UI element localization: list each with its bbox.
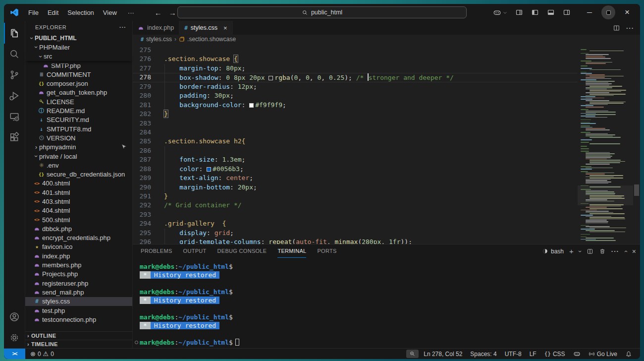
code-line-282[interactable]: 282} — [133, 110, 578, 119]
tree-file-registeruser-php[interactable]: registeruser.php — [25, 279, 132, 288]
tree-file-smtp-php[interactable]: SMTP.php — [25, 61, 132, 70]
code-line-287[interactable]: 287 font-size: 1.3em; — [133, 155, 578, 164]
section-outline[interactable]: ›OUTLINE — [25, 331, 132, 340]
zoom-out-button[interactable] — [406, 350, 419, 358]
code-line-290[interactable]: 290 margin-bottom: 20px; — [133, 183, 578, 192]
tree-file-composer-json[interactable]: {}composer.json — [25, 79, 132, 88]
tree-file-favicon-ico[interactable]: ★favicon.ico — [25, 242, 132, 251]
split-editor-icon[interactable] — [613, 24, 620, 32]
copilot-icon[interactable] — [493, 8, 507, 17]
code-line-289[interactable]: 289 text-align: center; — [133, 174, 578, 182]
tree-file-403-shtml[interactable]: <>403.shtml — [25, 197, 132, 206]
code-line-281[interactable]: 281 background-color: #f9f9f9; — [133, 101, 578, 110]
activity-accounts-icon[interactable] — [4, 306, 25, 327]
tree-file-styles-css[interactable]: #styles.css — [25, 297, 132, 306]
menu-overflow[interactable]: ··· — [123, 7, 139, 18]
tree-file-test-php[interactable]: test.php — [25, 306, 132, 315]
menu-file[interactable]: File — [24, 7, 43, 18]
history-back-icon[interactable]: ← — [155, 8, 162, 17]
command-center-search[interactable]: public_html — [177, 6, 467, 18]
tree-file-404-shtml[interactable]: <>404.shtml — [25, 206, 132, 215]
tree-folder-phpmailer[interactable]: ›PHPMailer — [25, 43, 132, 52]
activity-settings-gear-icon[interactable] — [4, 327, 25, 348]
tree-file-smtputf8-md[interactable]: ↓SMTPUTF8.md — [25, 124, 132, 133]
language-mode[interactable]: {} CSS — [541, 351, 568, 358]
code-line-280[interactable]: 280 padding: 30px; — [133, 91, 578, 100]
breadcrumb-symbol[interactable]: .section.showcase — [187, 36, 236, 43]
tree-folder-phpmyadmin[interactable]: ›phpmyadmin — [25, 143, 132, 152]
code-line-279[interactable]: 279 border-radius: 12px; — [133, 82, 578, 91]
code-line-294[interactable]: 294.grid-gallery { — [133, 219, 578, 228]
activity-remote-explorer-icon[interactable] — [4, 106, 25, 127]
panel-tab-ports[interactable]: PORTS — [317, 244, 336, 258]
panel-tab-problems[interactable]: PROBLEMS — [141, 244, 172, 258]
remote-indicator[interactable]: >< — [4, 349, 25, 359]
tree-folder-private-local[interactable]: ›private / local — [25, 152, 132, 161]
tree-file-500-shtml[interactable]: <>500.shtml — [25, 215, 132, 224]
activity-search-icon[interactable] — [4, 44, 25, 64]
terminal-instance[interactable]: bash — [542, 248, 564, 255]
code-line-278[interactable]: 278 box-shadow: 0 8px 20px rgba(0, 0, 0,… — [133, 73, 578, 82]
tree-folder-public-html[interactable]: ›PUBLIC_HTML — [25, 34, 132, 43]
menu-view[interactable]: View — [99, 7, 121, 18]
code-line-288[interactable]: 288 color: #0056b3; — [133, 165, 578, 174]
minimap[interactable] — [578, 44, 633, 244]
tree-file-send-mail-php[interactable]: send_mail.php — [25, 288, 132, 297]
breadcrumb-file[interactable]: styles.css — [146, 36, 172, 43]
problems-status[interactable]: ⊗ 0 ⚠ 0 — [27, 350, 57, 358]
panel-tab-debug-console[interactable]: DEBUG CONSOLE — [217, 244, 267, 258]
editor-more-actions-icon[interactable]: ··· — [626, 24, 634, 32]
tree-file-license[interactable]: LICENSE — [25, 97, 132, 106]
toggle-secondary-sidebar-icon[interactable] — [563, 8, 571, 16]
minimize-icon[interactable]: ─ — [583, 5, 596, 19]
code-line-286[interactable]: 286 — [133, 146, 578, 155]
tab-styles-css[interactable]: #styles.css× — [179, 21, 232, 35]
copilot-status-icon[interactable] — [570, 350, 584, 358]
kill-terminal-icon[interactable] — [599, 248, 606, 255]
toggle-primary-sidebar-icon[interactable] — [531, 8, 539, 16]
tree-file-encrypt-credentials-php[interactable]: encrypt_credentials.php — [25, 234, 132, 242]
close-window-icon[interactable]: × — [620, 5, 634, 19]
color-swatch[interactable] — [249, 103, 254, 108]
tab-index-php[interactable]: index.php — [133, 21, 179, 35]
code-line-293[interactable]: 293 — [133, 210, 578, 219]
code-line-295[interactable]: 295 display: grid; — [133, 229, 578, 238]
panel-tab-output[interactable]: OUTPUT — [183, 244, 207, 258]
menu-edit[interactable]: Edit — [43, 7, 63, 18]
code-area[interactable]: 275276.section.showcase {277 margin-top:… — [133, 44, 578, 244]
terminal-dropdown-icon[interactable]: › — [579, 248, 581, 255]
tree-file-index-php[interactable]: index.php — [25, 251, 132, 260]
code-line-276[interactable]: 276.section.showcase { — [133, 55, 578, 63]
encoding[interactable]: UTF-8 — [502, 351, 525, 358]
color-swatch[interactable] — [207, 167, 211, 172]
panel-tab-terminal[interactable]: TERMINAL — [277, 244, 306, 258]
new-terminal-icon[interactable]: + — [569, 247, 574, 255]
tree-file-secure-db-credentials-json[interactable]: {}secure_db_credentials.json — [25, 170, 132, 179]
eol-sequence[interactable]: LF — [527, 351, 539, 358]
code-line-291[interactable]: 291} — [133, 192, 578, 201]
activity-files-icon[interactable] — [4, 23, 25, 44]
tree-file-commitment[interactable]: ≡COMMITMENT — [25, 70, 132, 79]
code-line-277[interactable]: 277 margin-top: 80px; — [133, 64, 578, 73]
maximize-icon[interactable] — [601, 5, 615, 19]
terminal-output[interactable]: mark@debs:~/public_html$*History restore… — [133, 258, 640, 348]
tree-file-401-shtml[interactable]: <>401.shtml — [25, 188, 132, 197]
tree-folder-src[interactable]: ›src — [25, 52, 132, 61]
tree-file-dbbck-php[interactable]: dbbck.php — [25, 224, 132, 233]
menu-selection[interactable]: Selection — [63, 7, 98, 18]
indentation[interactable]: Spaces: 4 — [467, 351, 499, 358]
command-decoration-icon[interactable] — [135, 341, 138, 344]
tree-file-projects-php[interactable]: Projects.php — [25, 270, 132, 279]
activity-source-control-icon[interactable] — [4, 64, 25, 85]
tree-file-400-shtml[interactable]: <>400.shtml — [25, 179, 132, 188]
maximize-panel-icon[interactable]: › — [625, 248, 627, 255]
toggle-panel-icon[interactable] — [547, 8, 555, 16]
close-panel-icon[interactable]: × — [632, 247, 636, 255]
activity-extensions-icon[interactable] — [4, 127, 25, 148]
split-terminal-icon[interactable] — [587, 248, 593, 255]
code-line-285[interactable]: 285.section.showcase h2{ — [133, 137, 578, 146]
tree-file-version[interactable]: VERSION — [25, 133, 132, 142]
activity-run-debug-icon[interactable] — [4, 85, 25, 106]
breadcrumb[interactable]: # styles.css › .section.showcase — [133, 35, 640, 44]
editor-scrollbar[interactable] — [633, 44, 640, 244]
